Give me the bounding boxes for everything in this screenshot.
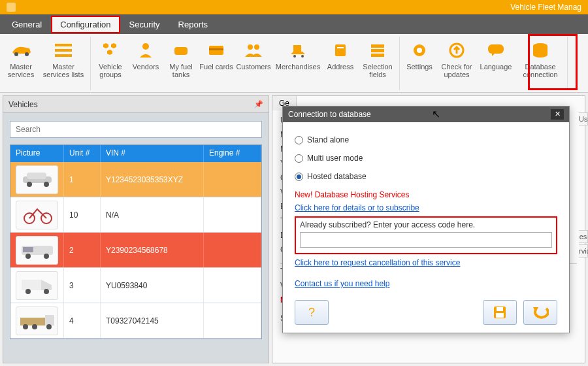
table-row[interactable]: 3 YU0593840 bbox=[10, 268, 261, 303]
close-icon[interactable]: ✕ bbox=[551, 109, 564, 120]
cell-unit: 10 bbox=[64, 197, 101, 232]
list-icon bbox=[39, 39, 88, 61]
svg-rect-46 bbox=[45, 315, 54, 325]
col-vin[interactable]: VIN # bbox=[101, 145, 204, 162]
col-unit[interactable]: Unit # bbox=[64, 145, 101, 162]
cell-engine bbox=[204, 233, 261, 267]
svg-rect-14 bbox=[293, 45, 301, 52]
fields-icon bbox=[359, 39, 397, 61]
side-label: Us bbox=[579, 112, 588, 125]
ribbon-address[interactable]: Address bbox=[323, 37, 357, 90]
ribbon-merchandises[interactable]: Merchandises bbox=[274, 37, 322, 90]
svg-rect-39 bbox=[23, 247, 33, 252]
vehicle-thumb bbox=[16, 201, 58, 229]
ribbon-fuel-tanks[interactable]: My fuel tanks bbox=[164, 37, 198, 90]
menu-configuration[interactable]: Configuration bbox=[51, 16, 120, 33]
ribbon-label: Settings bbox=[402, 61, 436, 71]
undo-button[interactable] bbox=[523, 300, 557, 325]
svg-point-8 bbox=[142, 43, 149, 50]
promo-text: New! Database Hosting Services bbox=[295, 190, 557, 199]
col-picture[interactable]: Picture bbox=[10, 145, 64, 162]
contact-link[interactable]: Contact us if you need help bbox=[295, 279, 557, 288]
col-engine[interactable]: Engine # bbox=[204, 145, 261, 162]
side-label: rvice bbox=[579, 244, 588, 258]
tank-icon bbox=[164, 39, 198, 61]
vehicle-thumb bbox=[16, 236, 58, 265]
ribbon-label: Master services bbox=[4, 61, 38, 78]
ribbon-database-connection[interactable]: Database connection bbox=[516, 37, 564, 90]
ribbon-selection-fields[interactable]: Selection fields bbox=[359, 37, 397, 90]
cell-unit: 2 bbox=[64, 233, 101, 267]
ribbon-label: Fuel cards bbox=[199, 61, 233, 71]
dialog-titlebar[interactable]: Connection to database ↖ ✕ bbox=[283, 107, 569, 122]
save-icon bbox=[493, 305, 507, 320]
radio-standalone[interactable]: Stand alone bbox=[295, 135, 557, 144]
details-link[interactable]: Click here for details or to subscribe bbox=[295, 203, 557, 212]
ribbon-check-updates[interactable]: Check for updates bbox=[438, 37, 476, 90]
ribbon-language[interactable]: Language bbox=[477, 37, 515, 90]
radio-icon bbox=[295, 154, 303, 163]
svg-rect-3 bbox=[55, 49, 72, 52]
vehicles-grid: Picture Unit # VIN # Engine # 1 Y1234523… bbox=[10, 144, 262, 339]
vehicle-thumb bbox=[16, 271, 58, 300]
table-row[interactable]: 1 Y1234523035353XYZ bbox=[10, 162, 261, 197]
svg-rect-42 bbox=[22, 280, 41, 290]
cell-vin: Y2390234568678 bbox=[101, 233, 204, 267]
cell-unit: 1 bbox=[64, 162, 101, 197]
gear-icon bbox=[402, 39, 436, 61]
ribbon-label: Check for updates bbox=[438, 61, 476, 78]
radio-multi[interactable]: Multi user mode bbox=[295, 154, 557, 163]
radio-label: Stand alone bbox=[307, 135, 349, 144]
search-input[interactable] bbox=[10, 121, 262, 138]
ribbon-master-services-lists[interactable]: Master services lists bbox=[39, 37, 88, 90]
ribbon-master-services[interactable]: Master services bbox=[4, 37, 38, 90]
radio-hosted[interactable]: Hosted database bbox=[295, 172, 557, 181]
svg-point-15 bbox=[293, 55, 296, 58]
grid-header: Picture Unit # VIN # Engine # bbox=[10, 145, 261, 162]
cell-unit: 4 bbox=[64, 303, 101, 338]
table-row[interactable]: 2 Y2390234568678 bbox=[10, 233, 261, 268]
table-row[interactable]: 4 T09327042145 bbox=[10, 303, 261, 339]
cell-engine bbox=[204, 197, 261, 232]
svg-point-1 bbox=[25, 52, 29, 56]
help-button[interactable]: ? bbox=[295, 300, 329, 325]
svg-point-34 bbox=[27, 182, 32, 187]
cell-engine bbox=[204, 303, 261, 338]
ribbon-settings[interactable]: Settings bbox=[402, 37, 436, 90]
ribbon-customers[interactable]: Customers bbox=[235, 37, 272, 90]
book-icon bbox=[323, 39, 357, 61]
svg-rect-52 bbox=[496, 313, 504, 318]
pin-icon[interactable]: 📌 bbox=[254, 100, 263, 108]
ribbon-label: Vendors bbox=[129, 61, 163, 71]
cancel-link[interactable]: Click here to request cancellation of th… bbox=[295, 258, 557, 267]
svg-point-31 bbox=[533, 52, 547, 58]
cell-vin: YU0593840 bbox=[101, 268, 204, 303]
menu-reports[interactable]: Reports bbox=[169, 16, 218, 33]
cell-vin: T09327042145 bbox=[101, 303, 204, 338]
cursor-icon: ↖ bbox=[432, 108, 440, 120]
vehicle-thumb bbox=[16, 307, 58, 335]
svg-point-40 bbox=[25, 254, 31, 259]
svg-rect-33 bbox=[27, 173, 46, 179]
svg-point-41 bbox=[44, 254, 49, 259]
ribbon-fuel-cards[interactable]: Fuel cards bbox=[199, 37, 233, 90]
ribbon-label: Merchandises bbox=[274, 61, 322, 71]
menu-security[interactable]: Security bbox=[120, 16, 169, 33]
database-icon bbox=[516, 39, 564, 61]
svg-point-44 bbox=[44, 289, 49, 294]
title-bar: Vehicle Fleet Manag bbox=[0, 0, 588, 14]
svg-point-49 bbox=[46, 324, 52, 329]
ribbon: Master services Master services lists Ve… bbox=[0, 34, 588, 93]
ribbon-vehicle-groups[interactable]: Vehicle groups bbox=[93, 37, 127, 90]
save-button[interactable] bbox=[483, 300, 517, 325]
radio-label: Multi user mode bbox=[307, 154, 363, 163]
table-row[interactable]: 10 N/A bbox=[10, 197, 261, 233]
person-icon bbox=[129, 39, 163, 61]
menu-general[interactable]: General bbox=[3, 16, 51, 33]
ribbon-vendors[interactable]: Vendors bbox=[129, 37, 163, 90]
cell-engine bbox=[204, 268, 261, 303]
svg-point-0 bbox=[14, 52, 18, 56]
svg-rect-17 bbox=[335, 44, 346, 56]
access-code-input[interactable] bbox=[300, 232, 552, 248]
svg-point-12 bbox=[248, 44, 253, 50]
